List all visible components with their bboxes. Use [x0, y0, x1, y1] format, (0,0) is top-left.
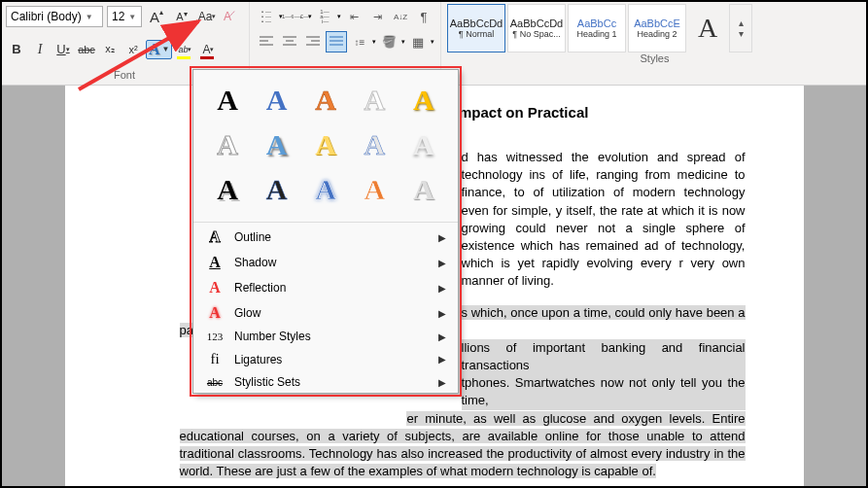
chevron-right-icon: ▶	[438, 331, 446, 342]
preset-2[interactable]: A	[254, 80, 298, 121]
style-sample: AaBbCcE	[634, 17, 680, 29]
glow-icon: A	[205, 304, 225, 322]
chevron-down-icon: ▼	[86, 13, 93, 21]
chevron-right-icon: ▶	[438, 232, 446, 243]
chevron-right-icon: ▶	[438, 354, 446, 365]
style-name: ¶ Normal	[459, 29, 494, 39]
align-center-button[interactable]	[279, 31, 300, 52]
outline-icon: A	[205, 228, 225, 246]
ligatures-icon: fi	[205, 351, 225, 367]
font-name-select[interactable]: Calibri (Body) ▼	[6, 6, 103, 27]
change-case-button[interactable]: Aa▾	[196, 6, 218, 27]
clear-formatting-button[interactable]: A⟋	[222, 6, 243, 27]
style-heading-1[interactable]: AaBbCc Heading 1	[568, 4, 626, 52]
chevron-right-icon: ▶	[438, 377, 446, 388]
font-color-button[interactable]: A▾	[197, 39, 219, 60]
doc-paragraph-1: d has witnessed the evolution and spread…	[462, 149, 746, 291]
style-name: Heading 2	[637, 29, 677, 39]
preset-1[interactable]: A	[205, 80, 250, 121]
subscript-button[interactable]: x₂	[99, 39, 121, 60]
selected-text: llions of important banking and financia…	[462, 339, 746, 374]
reflection-icon: A	[205, 279, 225, 296]
decrease-indent-button[interactable]	[343, 6, 365, 27]
style-heading-2[interactable]: AaBbCcE Heading 2	[628, 4, 686, 52]
preset-15[interactable]: A	[401, 169, 446, 210]
text-effects-dropdown: A A A A A A A A A A A A A A A AOutline ▶…	[192, 69, 459, 394]
strikethrough-button[interactable]: abc	[76, 39, 97, 60]
shading-button[interactable]	[378, 31, 399, 52]
highlight-button[interactable]: ab▾	[174, 39, 195, 60]
preset-8[interactable]: A	[303, 124, 348, 165]
preset-10[interactable]: A	[401, 124, 446, 165]
justify-button[interactable]	[326, 31, 347, 52]
style-name: ¶ No Spac...	[512, 29, 560, 39]
style-sample: AaBbCcDd	[510, 17, 563, 29]
stylistic-sets-icon: abc	[205, 377, 225, 388]
chevron-right-icon: ▶	[438, 308, 446, 319]
align-left-button[interactable]	[256, 31, 277, 52]
superscript-button[interactable]: x²	[122, 39, 144, 60]
menu-reflection[interactable]: AReflection ▶	[193, 275, 458, 300]
style-more-large[interactable]: A	[688, 4, 727, 52]
selected-text: educational courses, on a variety of sub…	[180, 429, 746, 478]
preset-9[interactable]: A	[352, 124, 397, 165]
borders-button[interactable]	[407, 31, 429, 52]
italic-button[interactable]: I	[29, 39, 51, 60]
chevron-down-icon: ▼	[162, 45, 170, 53]
align-right-button[interactable]	[302, 31, 324, 52]
number-styles-icon: 123	[205, 331, 225, 342]
selected-text: er minute, as well as glucose and oxygen…	[406, 411, 745, 426]
chevron-down-icon: ▼	[128, 13, 136, 21]
style-name: Heading 1	[576, 29, 616, 39]
menu-stylistic-sets[interactable]: abcStylistic Sets ▶	[193, 371, 458, 393]
preset-13[interactable]: A	[303, 169, 348, 210]
font-size-value: 12	[112, 10, 124, 23]
menu-shadow[interactable]: AShadow ▶	[193, 250, 458, 275]
text-effects-button[interactable]: A ▼	[146, 40, 172, 59]
preset-5[interactable]: A	[401, 80, 446, 121]
bullets-button[interactable]	[256, 6, 277, 27]
styles-group-label: Styles	[447, 52, 862, 64]
bold-button[interactable]: B	[6, 39, 27, 60]
sort-button[interactable]	[390, 6, 411, 27]
grow-font-button[interactable]: A▴	[146, 6, 167, 27]
font-name-value: Calibri (Body)	[11, 10, 82, 23]
style-normal[interactable]: AaBbCcDd ¶ Normal	[447, 4, 505, 52]
multilevel-button[interactable]	[314, 6, 335, 27]
menu-glow[interactable]: AGlow ▶	[193, 300, 458, 326]
chevron-right-icon: ▶	[438, 283, 446, 294]
menu-ligatures[interactable]: fiLigatures ▶	[193, 347, 458, 371]
preset-6[interactable]: A	[205, 124, 250, 165]
styles-more-button[interactable]: ▴▾	[729, 4, 752, 52]
underline-button[interactable]: U▾	[52, 39, 74, 60]
preset-7[interactable]: A	[254, 124, 298, 165]
show-marks-button[interactable]	[413, 6, 434, 27]
selected-text: tphones. Smartwatches now not only tell …	[462, 374, 746, 409]
font-size-select[interactable]: 12 ▼	[107, 6, 142, 27]
preset-11[interactable]: A	[205, 169, 250, 210]
preset-4[interactable]: A	[352, 80, 397, 121]
chevron-right-icon: ▶	[438, 258, 446, 268]
style-no-spacing[interactable]: AaBbCcDd ¶ No Spac...	[507, 4, 566, 52]
style-sample: AaBbCcDd	[450, 17, 503, 29]
styles-group: AaBbCcDd ¶ Normal AaBbCcDd ¶ No Spac... …	[441, 0, 868, 85]
preset-grid: A A A A A A A A A A A A A A A	[193, 70, 458, 220]
preset-12[interactable]: A	[254, 169, 298, 210]
shrink-font-button[interactable]: A▾	[171, 6, 192, 27]
menu-outline[interactable]: AOutline ▶	[193, 225, 458, 250]
menu-number-styles[interactable]: 123Number Styles ▶	[193, 326, 458, 347]
line-spacing-button[interactable]	[349, 31, 370, 52]
style-sample: AaBbCc	[577, 17, 616, 29]
text-effects-icon: A	[149, 41, 160, 58]
preset-3[interactable]: A	[303, 80, 348, 121]
shadow-icon: A	[205, 254, 225, 271]
preset-14[interactable]: A	[352, 169, 397, 210]
increase-indent-button[interactable]	[366, 6, 388, 27]
numbering-button[interactable]	[285, 6, 306, 27]
